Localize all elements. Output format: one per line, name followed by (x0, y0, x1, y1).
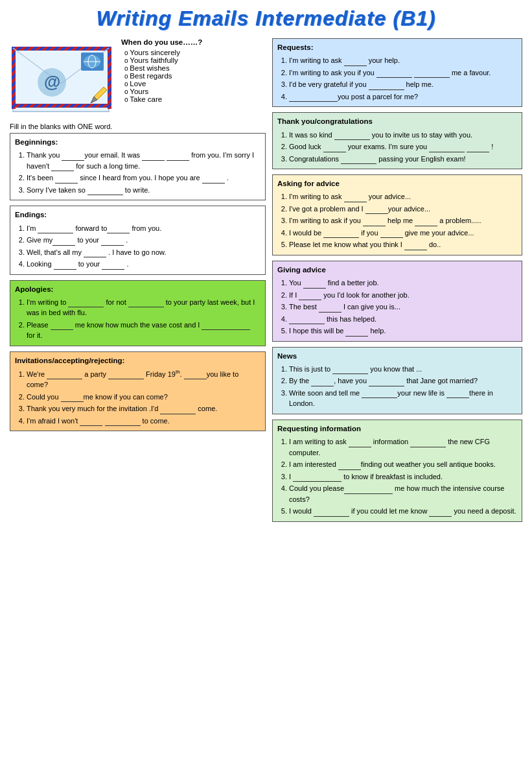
blank (376, 70, 412, 78)
when-items-list: Yours sincerely Yours faithfully Best wi… (121, 49, 202, 103)
invitations-list: We're a party Friday 19th. you like to c… (25, 368, 260, 426)
endings-section: Endings: I'm forward to from you. Give m… (10, 206, 266, 274)
endings-list: I'm forward to from you. Give my to your… (25, 223, 260, 270)
list-item: You find a better job. (289, 278, 517, 289)
blank (323, 230, 359, 238)
list-item: Thank you your email. It was from you. I… (27, 150, 260, 171)
list-item: If I you I'd look for another job. (289, 290, 517, 301)
list-item: I would if you could let me know you nee… (289, 506, 517, 517)
list-item: Please me know how much the vase cost an… (27, 320, 260, 341)
blank (414, 70, 450, 78)
giving-advice-list: You find a better job. If I you I'd look… (288, 278, 517, 337)
list-item: I am writing to ask information the new … (289, 436, 517, 458)
blank (202, 322, 250, 330)
blank (61, 394, 84, 402)
blank (68, 300, 104, 307)
blank (363, 219, 386, 226)
thankyou-title: Thank you/congratulations (277, 116, 517, 127)
blank (311, 379, 334, 386)
endings-title: Endings: (15, 209, 260, 220)
blank (52, 238, 75, 246)
blank (380, 230, 403, 238)
apologies-list: I'm writing to for not to your party las… (25, 297, 260, 341)
list-item: I'm writing to ask your help. (289, 55, 517, 66)
blank (345, 329, 368, 337)
blank (51, 163, 74, 171)
blank (167, 153, 189, 161)
requests-list: I'm writing to ask your help. I'm writin… (288, 55, 517, 102)
blank (349, 440, 371, 447)
giving-advice-section: Giving advice You find a better job. If … (272, 261, 522, 342)
blank (429, 509, 452, 517)
beginnings-title: Beginnings: (15, 137, 260, 148)
blank (38, 226, 73, 233)
blank (404, 243, 427, 250)
blank (142, 153, 165, 161)
list-item: I am interested finding out weather you … (289, 459, 517, 470)
when-question: When do you use……? (121, 38, 202, 46)
blank (303, 281, 326, 289)
blank (429, 145, 465, 152)
blank (62, 153, 84, 161)
blank (323, 145, 346, 152)
blank (362, 390, 397, 398)
list-item: Looking to your . (27, 259, 260, 270)
list-item: This is just to you know that ... (289, 364, 517, 375)
blank (202, 176, 225, 184)
apologies-section: Apologies: I'm writing to for not to you… (10, 280, 266, 346)
blank (54, 262, 76, 270)
svg-rect-5 (12, 104, 111, 108)
list-item: I hope this will be help. (289, 326, 517, 337)
blank (338, 462, 361, 470)
list-item: I'm writing to ask you if you me a favou… (289, 67, 517, 78)
invitations-title: Invitations/accepting/rejecting: (15, 355, 260, 366)
list-item: I'm writing to ask your advice... (289, 191, 517, 202)
beginnings-section: Beginnings: Thank you your email. It was… (10, 133, 266, 200)
list-item: By the , have you that Jane got married? (289, 375, 517, 386)
list-item: Yours (124, 88, 202, 95)
list-item: It was so kind you to invite us to stay … (289, 130, 517, 141)
thankyou-section: Thank you/congratulations It was so kind… (272, 112, 522, 169)
blank (84, 250, 106, 257)
list-item: I'm forward to from you. (27, 223, 260, 234)
list-item: Love (124, 80, 202, 88)
asking-advice-list: I'm writing to ask your advice... I've g… (288, 191, 517, 250)
blank (314, 509, 349, 517)
blank (319, 305, 341, 313)
blank (332, 366, 368, 374)
blank (344, 195, 367, 202)
invitations-section: Invitations/accepting/rejecting: We're a… (10, 351, 266, 431)
thankyou-list: It was so kind you to invite us to stay … (288, 130, 517, 165)
list-item: you post a parcel for me? (289, 91, 517, 102)
blank (47, 372, 82, 379)
blank (334, 132, 370, 140)
blank (184, 372, 207, 379)
blank (410, 440, 446, 447)
requesting-info-title: Requesting information (277, 423, 517, 434)
requests-section: Requests: I'm writing to ask your help. … (272, 38, 522, 107)
list-item: I would be if you give me your advice... (289, 228, 517, 239)
blank (344, 58, 367, 66)
list-item: Give my to your . (27, 235, 260, 246)
blank (105, 418, 141, 426)
requesting-info-list: I am writing to ask information the new … (288, 436, 517, 517)
list-item: I'm writing to ask if you help me a prob… (289, 215, 517, 226)
blank (446, 390, 469, 398)
blank (102, 262, 124, 270)
svg-rect-6 (12, 47, 16, 109)
news-list: This is just to you know that ... By the… (288, 364, 517, 409)
blank (299, 292, 321, 300)
blank (128, 300, 164, 307)
blank (289, 94, 338, 102)
blank (108, 372, 144, 379)
envelope-illustration: @ (10, 38, 113, 116)
beginnings-list: Thank you your email. It was from you. I… (25, 150, 260, 195)
when-do-you-use-section: When do you use……? Yours sincerely Yours… (121, 38, 202, 103)
list-item: Please let me know what you think I do.. (289, 239, 517, 250)
blank (101, 238, 124, 246)
list-item: I'm afraid I won't to come. (27, 416, 260, 427)
list-item: Sorry I've taken so to write. (27, 185, 260, 196)
svg-rect-7 (108, 47, 111, 109)
news-title: News (277, 351, 517, 362)
blank (344, 486, 393, 494)
